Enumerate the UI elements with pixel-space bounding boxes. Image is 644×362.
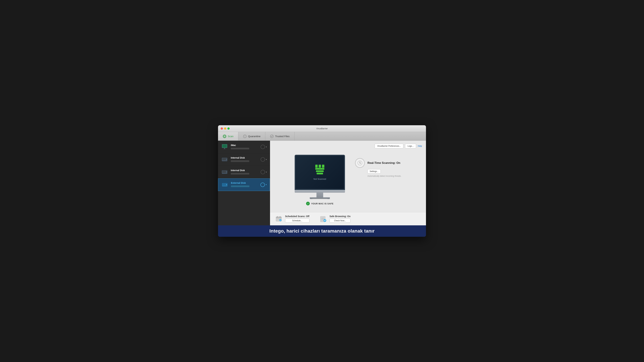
bottom-bar: Scheduled Scans: Off Schedule... bbox=[270, 212, 426, 225]
scan-circle-imac bbox=[260, 145, 265, 149]
svg-rect-21 bbox=[222, 184, 227, 184]
monitor-bezel bbox=[295, 190, 345, 193]
disk-icon-2 bbox=[221, 168, 228, 176]
sidebar-external-disk-name: External Disk bbox=[231, 182, 260, 184]
realtime-panel: Real-Time Scanning: On Settings... Autom… bbox=[355, 155, 401, 177]
title-bar: VirusBarrier bbox=[218, 125, 426, 132]
sidebar-imac-subtitle bbox=[231, 148, 249, 150]
realtime-description: Automatically detect incoming threats. bbox=[368, 175, 401, 177]
sidebar-internal-disk-1-name: Internal Disk bbox=[231, 156, 260, 159]
window-title: VirusBarrier bbox=[316, 127, 328, 130]
sidebar-internal-disk-1-action[interactable]: ▼ bbox=[260, 157, 267, 162]
scan-circle-internal-2 bbox=[260, 170, 265, 174]
subtitle-bar: Intego, harici cihazları taramanıza olan… bbox=[218, 225, 426, 237]
svg-point-14 bbox=[226, 159, 227, 160]
trusted-files-tab-icon bbox=[270, 134, 274, 138]
tab-scan-label: Scan bbox=[228, 135, 234, 138]
svg-point-19 bbox=[226, 172, 227, 172]
realtime-header: Real-Time Scanning: On bbox=[355, 158, 400, 168]
safe-browsing-icon bbox=[320, 215, 327, 222]
check-now-button[interactable]: Check Now... bbox=[330, 219, 350, 223]
monitor-screen: Not Scanned bbox=[295, 155, 345, 190]
scheduled-scans-text: Scheduled Scans: Off Schedule... bbox=[285, 215, 310, 223]
sidebar-internal-disk-1-text: Internal Disk bbox=[231, 156, 260, 163]
tab-trusted-files-label: Trusted Files bbox=[275, 135, 290, 138]
monitor-area: Not Scanned bbox=[295, 155, 401, 206]
sidebar-external-disk-subtitle bbox=[231, 186, 250, 187]
tab-quarantine-label: Quarantine bbox=[248, 135, 260, 138]
disk-icon-1 bbox=[221, 156, 228, 163]
svg-text:!: ! bbox=[244, 135, 245, 138]
imac-icon bbox=[221, 143, 228, 151]
schedule-button[interactable]: Schedule... bbox=[285, 219, 310, 223]
center-content: Not Scanned bbox=[270, 152, 426, 212]
clock-icon bbox=[355, 158, 365, 168]
tab-quarantine[interactable]: ! Quarantine bbox=[238, 132, 265, 140]
sidebar-item-internal-disk-2[interactable]: Internal Disk ▼ bbox=[218, 166, 270, 178]
scheduled-scans-item: Scheduled Scans: Off Schedule... bbox=[275, 215, 310, 223]
sidebar-imac-name: iMac bbox=[231, 144, 260, 146]
traffic-lights bbox=[221, 128, 230, 130]
scan-circle-external bbox=[260, 182, 265, 187]
close-button[interactable] bbox=[221, 128, 223, 130]
logs-button[interactable]: Logs... bbox=[405, 144, 416, 148]
sidebar-item-internal-disk-1[interactable]: Internal Disk ▼ bbox=[218, 153, 270, 166]
monitor-status-label: Not Scanned bbox=[314, 178, 326, 180]
svg-point-28 bbox=[360, 163, 360, 163]
scheduled-scans-icon bbox=[275, 215, 282, 222]
realtime-settings-button[interactable]: Settings... bbox=[368, 169, 381, 174]
chevron-down-icon: ▼ bbox=[266, 158, 267, 160]
realtime-title: Real-Time Scanning: On bbox=[368, 161, 400, 165]
sidebar-internal-disk-2-subtitle bbox=[231, 173, 249, 174]
minimize-button[interactable] bbox=[224, 128, 226, 130]
external-disk-icon bbox=[221, 181, 228, 189]
tab-trusted-files[interactable]: Trusted Files bbox=[265, 132, 294, 140]
svg-rect-8 bbox=[224, 148, 225, 149]
svg-rect-16 bbox=[222, 171, 227, 171]
sidebar-external-disk-text: External Disk bbox=[231, 182, 260, 188]
monitor-neck bbox=[316, 193, 323, 197]
sidebar-internal-disk-2-text: Internal Disk bbox=[231, 169, 260, 175]
svg-rect-11 bbox=[222, 158, 227, 158]
svg-rect-7 bbox=[222, 145, 227, 148]
scheduled-scans-title: Scheduled Scans: Off bbox=[285, 215, 310, 218]
tab-scan[interactable]: Scan bbox=[218, 132, 238, 140]
svg-point-0 bbox=[223, 135, 226, 138]
svg-point-41 bbox=[324, 219, 326, 222]
safe-text: YOUR MAC IS SAFE bbox=[311, 202, 334, 205]
sidebar-imac-text: iMac bbox=[231, 144, 260, 150]
sidebar-item-external-disk[interactable]: External Disk ▼ bbox=[218, 178, 270, 191]
svg-point-24 bbox=[226, 184, 227, 185]
svg-point-1 bbox=[224, 136, 226, 137]
scan-tab-icon bbox=[223, 134, 226, 138]
chevron-down-icon: ▼ bbox=[266, 146, 267, 148]
preferences-button[interactable]: VirusBarrier Preferences... bbox=[375, 144, 403, 148]
subtitle-text: Intego, harici cihazları taramanıza olan… bbox=[269, 228, 375, 234]
safe-browsing-text: Safe Browsing: On Check Now... bbox=[330, 215, 350, 223]
fullscreen-button[interactable] bbox=[228, 128, 230, 130]
sidebar: iMac ▼ bbox=[218, 141, 270, 225]
sidebar-item-imac[interactable]: iMac ▼ bbox=[218, 141, 270, 153]
svg-rect-9 bbox=[224, 149, 226, 149]
safe-browsing-item: Safe Browsing: On Check Now... bbox=[320, 215, 350, 223]
help-button[interactable]: Help bbox=[418, 145, 422, 147]
sidebar-internal-disk-2-action[interactable]: ▼ bbox=[260, 170, 267, 174]
main-topbar: VirusBarrier Preferences... Logs... Help bbox=[270, 141, 426, 152]
sidebar-imac-action[interactable]: ▼ bbox=[260, 145, 267, 149]
safe-badge: ✓ YOUR MAC IS SAFE bbox=[306, 202, 334, 206]
sidebar-internal-disk-2-name: Internal Disk bbox=[231, 169, 260, 172]
sidebar-external-disk-action[interactable]: ▼ bbox=[260, 182, 267, 187]
sidebar-internal-disk-1-subtitle bbox=[231, 160, 249, 162]
chevron-down-icon: ▼ bbox=[266, 171, 267, 173]
svg-rect-30 bbox=[276, 217, 282, 218]
quarantine-tab-icon: ! bbox=[243, 134, 247, 138]
castle-icon bbox=[315, 165, 324, 174]
chevron-down-icon: ▼ bbox=[265, 184, 267, 186]
safe-browsing-title: Safe Browsing: On bbox=[330, 215, 350, 218]
scan-circle-internal-1 bbox=[260, 157, 265, 162]
main-panel: VirusBarrier Preferences... Logs... Help bbox=[270, 141, 426, 225]
monitor-illustration: Not Scanned bbox=[295, 155, 345, 206]
safe-check-icon: ✓ bbox=[306, 202, 310, 206]
tab-bar: Scan ! Quarantine Trusted bbox=[218, 132, 426, 141]
